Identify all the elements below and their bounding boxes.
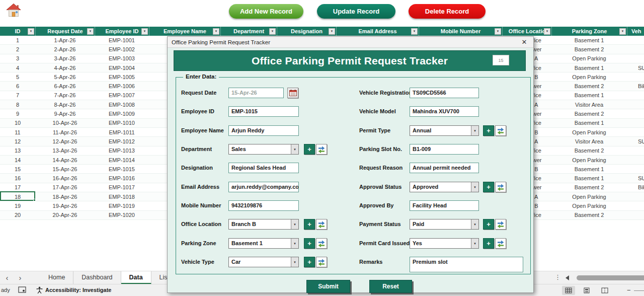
field-request-reason-input[interactable]: Annual permit needed <box>410 163 479 173</box>
cell-veh[interactable] <box>627 72 644 81</box>
cell-employee-id[interactable]: EMP-1016 <box>95 174 149 182</box>
cell-veh[interactable] <box>627 128 644 136</box>
cell-employee-id[interactable]: EMP-1009 <box>95 109 149 118</box>
cell-employee-id[interactable]: EMP-1019 <box>95 201 149 210</box>
cell-request-date[interactable]: 12-Apr-26 <box>35 137 95 145</box>
filter-icon[interactable]: ▼ <box>544 28 550 35</box>
cell-employee-id[interactable]: EMP-1018 <box>95 192 149 201</box>
filter-icon[interactable]: ▼ <box>141 28 148 35</box>
field-approval-status-dropdown[interactable]: Approved▼ <box>410 182 479 192</box>
horizontal-scrollbar-thumb[interactable] <box>577 275 644 280</box>
cell-request-date[interactable]: 10-Apr-26 <box>35 119 95 127</box>
cell-id[interactable]: 14 <box>0 156 35 164</box>
filter-icon[interactable]: ▼ <box>329 28 335 35</box>
cell-parking-zone[interactable]: Basement 2 <box>551 211 627 219</box>
cell-parking-zone[interactable]: Basement 2 <box>551 45 627 53</box>
cell-request-date[interactable]: 4-Apr-26 <box>35 63 95 72</box>
refresh-list-button[interactable] <box>495 238 506 249</box>
cell-parking-zone[interactable]: Open Parking <box>551 72 627 81</box>
refresh-list-button[interactable] <box>495 182 506 192</box>
submit-button[interactable]: Submit <box>306 280 350 293</box>
accessibility-status[interactable]: Accessibility: Investigate <box>36 286 111 293</box>
dialog-title-bar[interactable]: Office Parking Permit Request Tracker ✕ <box>168 37 533 48</box>
cell-veh[interactable] <box>627 100 644 109</box>
chevron-down-icon[interactable]: ▼ <box>471 239 478 248</box>
add-list-item-button[interactable]: + <box>483 182 494 192</box>
cell-parking-zone[interactable]: Open Parking <box>551 54 627 63</box>
chevron-down-icon[interactable]: ▼ <box>471 219 478 229</box>
cell-id[interactable]: 13 <box>0 146 35 155</box>
cell-request-date[interactable]: 20-Apr-26 <box>35 211 95 219</box>
cell-veh[interactable]: SUV <box>627 174 644 182</box>
cell-veh[interactable]: Bike <box>627 183 644 192</box>
cell-parking-zone[interactable]: Basement 1 <box>551 63 627 72</box>
cell-id[interactable]: 5 <box>0 72 35 81</box>
cell-veh[interactable] <box>627 211 644 219</box>
cell-id[interactable]: 10 <box>0 119 35 127</box>
filter-icon[interactable]: ▼ <box>87 28 94 35</box>
cell-employee-id[interactable]: EMP-1007 <box>95 91 149 100</box>
fill-handle[interactable] <box>33 199 36 201</box>
cell-parking-zone[interactable]: Visitor Area <box>551 100 627 109</box>
filter-icon[interactable]: ▼ <box>28 28 34 35</box>
cell-id[interactable]: 12 <box>0 137 35 145</box>
update-record-button[interactable]: Update Record <box>317 4 395 19</box>
cell-request-date[interactable]: 11-Apr-26 <box>35 128 95 136</box>
home-icon[interactable] <box>6 3 21 18</box>
cell-veh[interactable]: SUV <box>627 137 644 145</box>
cell-employee-id[interactable]: EMP-1002 <box>95 45 149 53</box>
cell-employee-id[interactable]: EMP-1013 <box>95 146 149 155</box>
cell-parking-zone[interactable]: Basement 2 <box>551 146 627 155</box>
cell-veh[interactable]: Bike <box>627 82 644 90</box>
scrollbar-splitter[interactable]: ⋮ <box>554 273 561 281</box>
field-remarks-input[interactable]: Premium slot <box>410 257 523 272</box>
cell-parking-zone[interactable]: Basement 1 <box>551 91 627 100</box>
cell-employee-id[interactable]: EMP-1004 <box>95 63 149 72</box>
cell-parking-zone[interactable]: Open Parking <box>551 128 627 136</box>
cell-employee-id[interactable]: EMP-1017 <box>95 183 149 192</box>
cell-veh[interactable] <box>627 192 644 201</box>
display-settings-icon[interactable] <box>18 286 26 293</box>
cell-request-date[interactable]: 9-Apr-26 <box>35 109 95 118</box>
cell-id[interactable]: 17 <box>0 183 35 192</box>
cell-employee-id[interactable]: EMP-1003 <box>95 54 149 63</box>
chevron-down-icon[interactable]: ▼ <box>471 126 478 135</box>
zoom-slider-track[interactable] <box>634 290 644 291</box>
filter-icon[interactable]: ▼ <box>411 28 418 35</box>
cell-parking-zone[interactable]: Open Parking <box>551 201 627 210</box>
cell-id[interactable]: 9 <box>0 109 35 118</box>
cell-request-date[interactable]: 3-Apr-26 <box>35 54 95 63</box>
cell-veh[interactable]: SUV <box>627 63 644 72</box>
reset-button[interactable]: Reset <box>369 280 412 293</box>
close-icon[interactable]: ✕ <box>518 37 530 48</box>
cell-employee-id[interactable]: EMP-1001 <box>95 36 149 44</box>
cell-veh[interactable] <box>627 91 644 100</box>
cell-request-date[interactable]: 2-Apr-26 <box>35 45 95 53</box>
cell-employee-id[interactable]: EMP-1012 <box>95 137 149 145</box>
refresh-list-button[interactable] <box>495 219 506 230</box>
cell-id[interactable]: 8 <box>0 100 35 109</box>
cell-veh[interactable] <box>627 54 644 63</box>
cell-id[interactable]: 16 <box>0 174 35 182</box>
page-layout-view-icon[interactable] <box>580 286 593 295</box>
add-list-item-button[interactable]: + <box>483 125 494 136</box>
cell-request-date[interactable]: 17-Apr-26 <box>35 183 95 192</box>
cell-parking-zone[interactable]: Basement 2 <box>551 183 627 192</box>
field-vehicle-registration-no-input[interactable]: TS09CD5566 <box>410 88 479 98</box>
cell-request-date[interactable]: 18-Apr-26 <box>35 192 95 201</box>
cell-parking-zone[interactable]: Basement 1 <box>551 165 627 173</box>
chevron-down-icon[interactable]: ▼ <box>471 182 478 192</box>
cell-employee-id[interactable]: EMP-1006 <box>95 82 149 90</box>
cell-veh[interactable] <box>627 36 644 44</box>
cell-veh[interactable] <box>627 109 644 118</box>
zoom-out-button[interactable]: − <box>627 286 631 294</box>
cell-request-date[interactable]: 14-Apr-26 <box>35 156 95 164</box>
cell-employee-id[interactable]: EMP-1008 <box>95 100 149 109</box>
cell-id[interactable]: 2 <box>0 45 35 53</box>
cell-veh[interactable] <box>627 146 644 155</box>
cell-request-date[interactable]: 5-Apr-26 <box>35 72 95 81</box>
cell-request-date[interactable]: 1-Apr-26 <box>35 36 95 44</box>
cell-id[interactable]: 4 <box>0 63 35 72</box>
cell-veh[interactable] <box>627 45 644 53</box>
cell-id[interactable]: 20 <box>0 211 35 219</box>
